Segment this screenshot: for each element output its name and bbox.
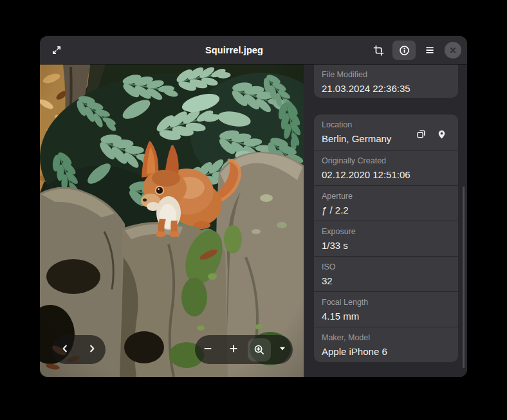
info-button[interactable]: [392, 41, 416, 60]
property-row-iso: ISO 32: [314, 256, 458, 291]
property-value: ƒ / 2.2: [322, 205, 458, 216]
header-bar: Squirrel.jpeg: [40, 36, 467, 64]
header-actions: [367, 41, 462, 60]
image-viewer-window: Squirrel.jpeg: [40, 36, 467, 377]
property-value: 4.15 mm: [322, 311, 458, 322]
magnifier-plus-icon: [248, 338, 271, 361]
property-label: Aperture: [322, 192, 458, 201]
close-x-icon: [445, 42, 461, 59]
property-value: 02.12.2020 12:51:06: [322, 169, 458, 181]
zoom-pill: [195, 335, 293, 364]
property-value: 32: [322, 275, 458, 287]
zoom-fit-button[interactable]: [246, 335, 272, 364]
caret-down-icon: [278, 344, 287, 355]
property-value: Apple iPhone 6: [322, 346, 458, 358]
photo-canvas[interactable]: [40, 64, 304, 377]
chevron-right-icon: [87, 343, 97, 356]
property-label: Exposure: [322, 227, 458, 237]
property-label: Location: [322, 120, 416, 130]
close-button[interactable]: [444, 41, 462, 60]
zoom-out-button[interactable]: [195, 335, 221, 364]
chevron-left-icon: [60, 343, 70, 356]
property-value: Berlin, Germany: [322, 133, 416, 145]
copy-icon: [416, 129, 427, 142]
map-pin-icon: [437, 129, 447, 142]
property-value: 1/33 s: [322, 240, 458, 251]
window-title: Squirrel.jpeg: [117, 45, 351, 55]
copy-location-button[interactable]: [416, 129, 427, 142]
fullscreen-button[interactable]: [46, 41, 68, 60]
property-row-location: Location Berlin, Germany: [314, 114, 458, 150]
location-actions: [416, 120, 458, 150]
properties-panel: File Modified 21.03.2024 22:36:35 Locati…: [304, 64, 467, 377]
property-row-aperture: Aperture ƒ / 2.2: [314, 185, 458, 221]
previous-image-button[interactable]: [51, 335, 78, 364]
squirrel-photo: [40, 64, 304, 377]
property-value: 21.03.2024 22:36:35: [322, 83, 458, 95]
expand-arrows-icon: [51, 45, 62, 55]
property-label: Focal Length: [322, 298, 458, 307]
property-label: Maker, Model: [322, 333, 458, 343]
property-row-originally-created: Originally Created 02.12.2020 12:51:06: [314, 150, 458, 185]
property-label: File Modified: [322, 70, 458, 80]
property-label: Originally Created: [322, 156, 458, 166]
show-on-map-button[interactable]: [437, 129, 447, 142]
crop-icon: [373, 45, 384, 56]
zoom-in-button[interactable]: [221, 335, 246, 364]
property-row-exposure: Exposure 1/33 s: [314, 221, 458, 256]
panel-scrollbar[interactable]: [463, 187, 465, 368]
plus-icon: [228, 343, 239, 356]
window-content: File Modified 21.03.2024 22:36:35 Locati…: [40, 64, 467, 377]
next-image-button[interactable]: [78, 335, 106, 364]
menu-button[interactable]: [419, 41, 441, 60]
hamburger-menu-icon: [425, 45, 435, 55]
property-row-file-modified: File Modified 21.03.2024 22:36:35: [314, 64, 458, 100]
navigation-pill: [51, 335, 106, 364]
property-row-focal-length: Focal Length 4.15 mm: [314, 291, 458, 327]
zoom-menu-button[interactable]: [272, 335, 293, 364]
info-circle-icon: [399, 45, 410, 56]
property-label: ISO: [322, 262, 458, 272]
property-card-exif: Location Berlin, Germany: [314, 114, 458, 362]
crop-button[interactable]: [367, 41, 389, 60]
property-card-file: File Modified 21.03.2024 22:36:35: [314, 64, 458, 98]
property-row-maker-model: Maker, Model Apple iPhone 6: [314, 327, 458, 362]
minus-icon: [203, 343, 213, 356]
